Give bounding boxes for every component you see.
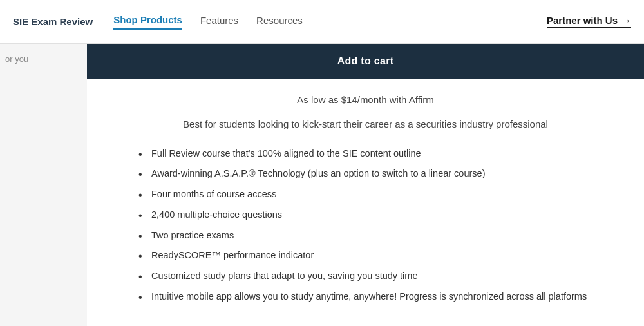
sidebar-text: or you (5, 54, 28, 64)
features-list: Full Review course that's 100% aligned t… (87, 144, 644, 320)
feature-item-6: Customized study plans that adapt to you… (138, 266, 605, 287)
nav-links: Shop Products Features Resources (113, 14, 547, 30)
feature-item-3: 2,400 multiple-choice questions (138, 205, 605, 225)
arrow-right-icon: → (621, 15, 631, 26)
add-to-cart-button[interactable]: Add to cart (87, 44, 644, 79)
navbar: SIE Exam Review Shop Products Features R… (0, 0, 644, 44)
tagline-text: Best for students looking to kick-start … (87, 112, 644, 144)
see-more-section: See more details → (87, 320, 644, 327)
partner-with-us-link[interactable]: Partner with Us → (547, 15, 631, 28)
nav-features[interactable]: Features (200, 15, 238, 28)
partner-label: Partner with Us (547, 15, 618, 26)
pricing-section: As low as $14/month with Affirm (87, 79, 644, 112)
feature-item-7: Intuitive mobile app allows you to study… (138, 287, 605, 307)
feature-item-1: Award-winning A.S.A.P.® Technology (plus… (138, 164, 605, 184)
feature-item-2: Four months of course access (138, 184, 605, 205)
main-layout: or you Add to cart As low as $14/month w… (0, 44, 644, 326)
pricing-text: As low as $14/month with Affirm (297, 94, 433, 105)
feature-item-4: Two practice exams (138, 225, 605, 246)
content-panel: Add to cart As low as $14/month with Aff… (87, 44, 644, 326)
brand-label: SIE Exam Review (13, 16, 93, 27)
sidebar-hint: or you (0, 44, 87, 326)
nav-resources[interactable]: Resources (256, 15, 303, 28)
feature-item-0: Full Review course that's 100% aligned t… (138, 144, 605, 164)
feature-item-5: ReadySCORE™ performance indicator (138, 245, 605, 266)
nav-shop-products[interactable]: Shop Products (113, 14, 182, 30)
